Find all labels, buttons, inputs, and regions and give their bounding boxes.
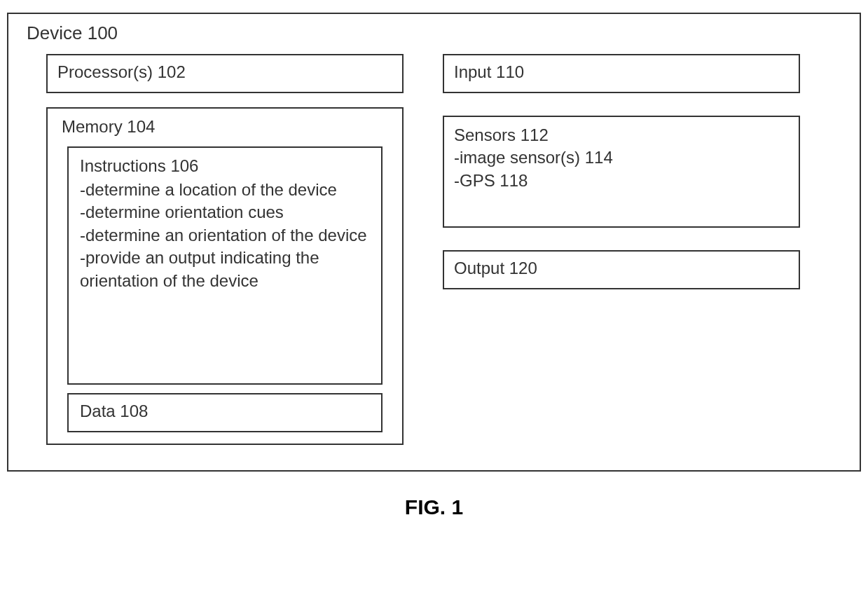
input-box: Input 110	[443, 54, 800, 93]
sensor-item: -GPS 118	[454, 170, 789, 192]
instructions-list: -determine a location of the device -det…	[80, 179, 370, 292]
columns: Processor(s) 102 Memory 104 Instructions…	[21, 54, 847, 445]
sensor-item: -image sensor(s) 114	[454, 146, 789, 169]
device-title: Device 100	[21, 22, 847, 44]
instructions-box: Instructions 106 -determine a location o…	[67, 146, 383, 385]
instruction-item: -determine an orientation of the device	[80, 224, 370, 247]
left-column: Processor(s) 102 Memory 104 Instructions…	[46, 54, 404, 445]
sensors-title: Sensors 112	[454, 124, 789, 146]
sensors-box: Sensors 112 -image sensor(s) 114 -GPS 11…	[443, 116, 800, 228]
processors-box: Processor(s) 102	[46, 54, 404, 93]
instructions-title: Instructions 106	[80, 156, 370, 176]
instruction-item: -determine orientation cues	[80, 201, 370, 224]
memory-title: Memory 104	[57, 117, 392, 137]
device-container: Device 100 Processor(s) 102 Memory 104 I…	[7, 13, 861, 472]
memory-box: Memory 104 Instructions 106 -determine a…	[46, 107, 404, 445]
right-column: Input 110 Sensors 112 -image sensor(s) 1…	[443, 54, 800, 445]
output-box: Output 120	[443, 250, 800, 289]
figure-label: FIG. 1	[7, 495, 861, 519]
instruction-item: -determine a location of the device	[80, 179, 370, 201]
instruction-item: -provide an output indicating the orient…	[80, 247, 370, 292]
data-box: Data 108	[67, 393, 383, 432]
